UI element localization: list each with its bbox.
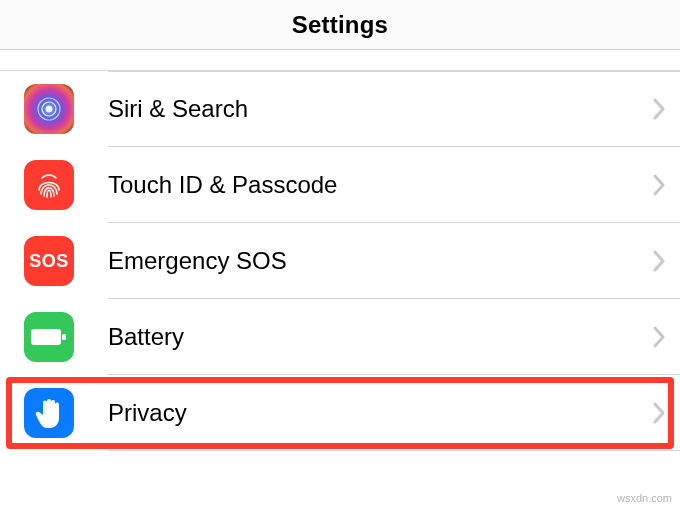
page-title: Settings bbox=[292, 11, 388, 39]
settings-list: Siri & Search Touch ID & Passcode bbox=[0, 70, 680, 451]
row-siri-search[interactable]: Siri & Search bbox=[0, 71, 680, 147]
svg-point-2 bbox=[46, 106, 53, 113]
row-label: Siri & Search bbox=[108, 95, 652, 123]
section-separator bbox=[0, 50, 680, 70]
row-privacy-highlight: Privacy bbox=[0, 375, 680, 451]
hand-icon bbox=[24, 388, 74, 438]
watermark: wsxdn.com bbox=[617, 492, 672, 504]
row-label: Emergency SOS bbox=[108, 247, 652, 275]
fingerprint-icon bbox=[24, 160, 74, 210]
battery-icon bbox=[24, 312, 74, 362]
row-privacy[interactable]: Privacy bbox=[0, 375, 680, 451]
chevron-right-icon bbox=[652, 402, 666, 424]
svg-rect-4 bbox=[62, 334, 66, 340]
chevron-right-icon bbox=[652, 98, 666, 120]
row-label: Touch ID & Passcode bbox=[108, 171, 652, 199]
siri-icon bbox=[24, 84, 74, 134]
sos-text: SOS bbox=[29, 251, 69, 272]
row-label: Battery bbox=[108, 323, 652, 351]
chevron-right-icon bbox=[652, 250, 666, 272]
svg-rect-3 bbox=[31, 329, 61, 345]
row-touch-id[interactable]: Touch ID & Passcode bbox=[0, 147, 680, 223]
row-label: Privacy bbox=[108, 399, 652, 427]
row-battery[interactable]: Battery bbox=[0, 299, 680, 375]
chevron-right-icon bbox=[652, 326, 666, 348]
settings-header: Settings bbox=[0, 0, 680, 50]
chevron-right-icon bbox=[652, 174, 666, 196]
row-emergency-sos[interactable]: SOS Emergency SOS bbox=[0, 223, 680, 299]
sos-icon: SOS bbox=[24, 236, 74, 286]
